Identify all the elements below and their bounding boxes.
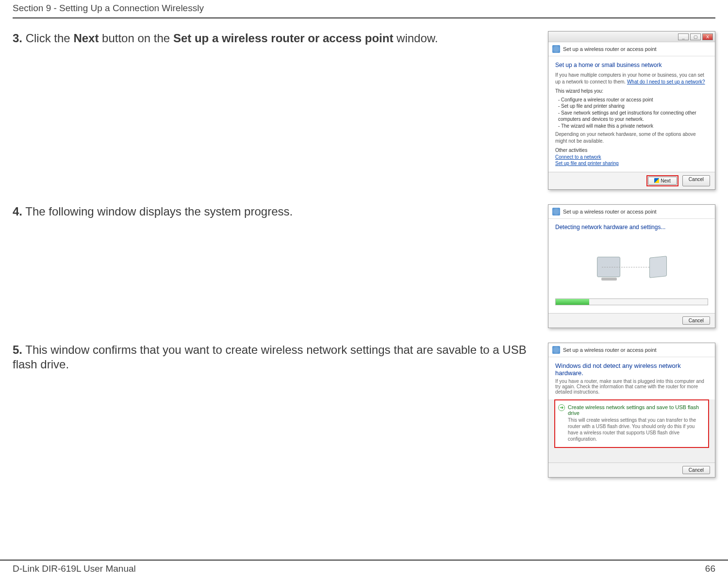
step-3-bold2: Set up a wireless router or access point <box>173 32 394 45</box>
help-item-3: Save network settings and get instructio… <box>558 110 708 123</box>
wizard-intro: If you have multiple computers in your h… <box>555 72 708 85</box>
next-button-label: Next <box>661 178 671 183</box>
link-file-sharing[interactable]: Set up file and printer sharing <box>555 161 619 166</box>
screenshot-step-3: _ ▢ X Set up a wireless router or access… <box>548 31 715 190</box>
detect-animation <box>548 235 715 298</box>
page-footer: D-Link DIR-619L User Manual 66 <box>0 560 728 579</box>
step-4-text: 4. The following window displays the sys… <box>13 204 548 219</box>
shield-icon <box>654 178 659 183</box>
content-area: 3. Click the Next button on the Set up a… <box>0 18 728 478</box>
step-4-body: The following window displays the system… <box>22 205 293 218</box>
no-hardware-lead: Windows did not detect any wireless netw… <box>548 357 715 379</box>
wizard-breadcrumb: Set up a wireless router or access point <box>563 209 657 215</box>
helps-title: This wizard helps you: <box>555 88 708 95</box>
cancel-button[interactable]: Cancel <box>682 466 710 474</box>
help-item-2: Set up file and printer sharing <box>558 103 708 110</box>
step-3-pre: Click the <box>22 32 73 45</box>
step-5-text: 5. This window confirms that you want to… <box>13 343 548 372</box>
depend-note: Depending on your network hardware, some… <box>555 131 708 144</box>
wizard-header: Set up a wireless router or access point <box>548 42 715 56</box>
wizard-body: Set up a home or small business network … <box>548 56 715 172</box>
wizard-header: Set up a wireless router or access point <box>548 343 715 357</box>
manual-title: D-Link DIR-619L User Manual <box>13 563 136 574</box>
step-4-row: 4. The following window displays the sys… <box>13 204 715 328</box>
minimize-button[interactable]: _ <box>678 33 689 40</box>
next-button[interactable]: Next <box>648 177 677 185</box>
other-title: Other activities <box>555 147 708 154</box>
step-3-bold1: Next <box>73 32 99 45</box>
cancel-button[interactable]: Cancel <box>682 316 710 325</box>
wizard-breadcrumb: Set up a wireless router or access point <box>563 46 657 52</box>
maximize-button[interactable]: ▢ <box>690 33 701 40</box>
wizard-icon <box>552 346 560 354</box>
option-desc: This will create wireless settings that … <box>568 417 703 442</box>
progress-wrap <box>548 298 715 313</box>
wizard-icon <box>552 208 560 215</box>
arrow-icon: ➜ <box>558 404 565 411</box>
wizard-header: Set up a wireless router or access point <box>548 205 715 219</box>
wizard-icon <box>552 45 560 53</box>
help-item-1: Configure a wireless router or access po… <box>558 97 708 103</box>
step-5-body: This window confirms that you want to cr… <box>13 343 527 371</box>
titlebar: _ ▢ X <box>548 32 715 42</box>
link-connect-network[interactable]: Connect to a network <box>555 154 601 160</box>
next-button-highlight: Next <box>646 175 678 186</box>
progress-bar <box>555 298 708 305</box>
step-5-row: 5. This window confirms that you want to… <box>13 343 715 478</box>
section-header: Section 9 - Setting Up a Connection Wire… <box>0 0 728 14</box>
detecting-text: Detecting network hardware and settings.… <box>548 219 715 235</box>
option-title: Create wireless network settings and sav… <box>568 404 703 416</box>
wizard-breadcrumb: Set up a wireless router or access point <box>563 347 657 353</box>
step-3-post: window. <box>393 32 438 45</box>
step-3-mid: button on the <box>99 32 173 45</box>
help-item-4: The wizard will make this a private netw… <box>558 123 708 130</box>
create-settings-option[interactable]: ➜ Create wireless network settings and s… <box>554 399 709 448</box>
step-3-row: 3. Click the Next button on the Set up a… <box>13 31 715 190</box>
step-3-number: 3. <box>13 32 22 45</box>
screenshot-step-4: Set up a wireless router or access point… <box>548 204 715 328</box>
cancel-button[interactable]: Cancel <box>682 175 710 186</box>
wizard-lead: Set up a home or small business network <box>555 61 708 69</box>
no-hardware-sub: If you have a router, make sure that is … <box>548 379 715 399</box>
router-icon <box>649 256 667 278</box>
close-button[interactable]: X <box>702 33 713 40</box>
page-number: 66 <box>705 563 715 574</box>
step-3-text: 3. Click the Next button on the Set up a… <box>13 31 548 46</box>
screenshot-step-5: Set up a wireless router or access point… <box>548 343 715 478</box>
button-bar: Cancel <box>548 313 715 328</box>
step-4-number: 4. <box>13 205 22 218</box>
button-bar: Next Cancel <box>548 172 715 189</box>
intro-link[interactable]: What do I need to set up a network? <box>627 79 705 84</box>
progress-fill <box>556 299 589 305</box>
button-bar: Cancel <box>548 463 715 477</box>
step-5-number: 5. <box>13 343 22 356</box>
helps-list: Configure a wireless router or access po… <box>558 97 708 130</box>
